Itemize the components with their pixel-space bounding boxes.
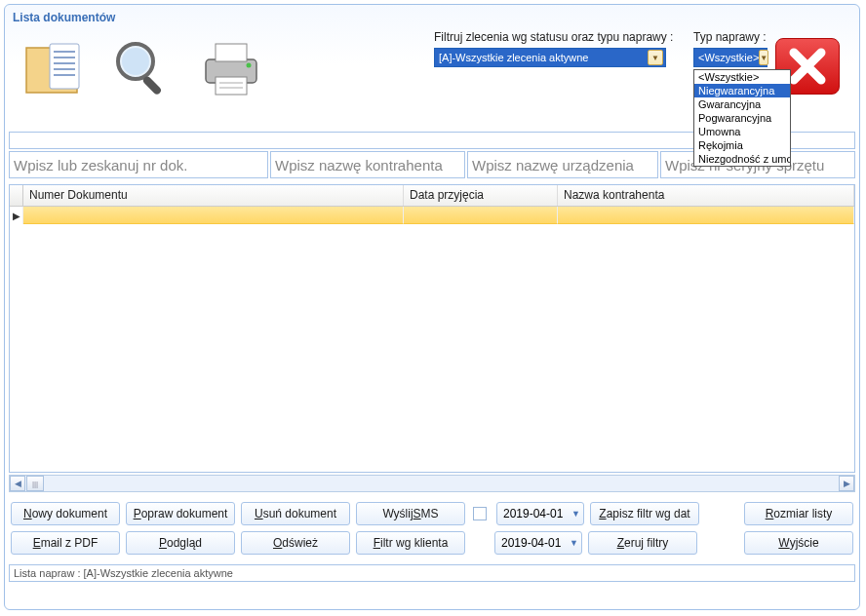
col-contractor[interactable]: Nazwa kontrahenta <box>558 185 854 206</box>
row-indicator-icon: ▶ <box>10 207 23 224</box>
main-panel: Lista dokumentów <box>4 4 860 610</box>
send-sms-button[interactable]: Wyślij SMS <box>356 502 465 525</box>
delete-document-button[interactable]: Usuń dokument <box>241 502 350 525</box>
repair-type-option[interactable]: Pogwarancyjna <box>694 111 790 125</box>
svg-point-7 <box>122 48 149 75</box>
cell-date <box>404 207 558 224</box>
scroll-left-icon[interactable]: ◀ <box>10 476 25 491</box>
chevron-down-icon: ▼ <box>571 509 580 519</box>
printer-icon[interactable] <box>196 34 266 104</box>
edit-document-button[interactable]: Popraw dokument <box>126 502 235 525</box>
svg-rect-10 <box>216 44 247 61</box>
status-filter-value: [A]-Wszystkie zlecenia aktywne <box>439 52 588 63</box>
repair-type-value: <Wszystkie> <box>698 52 759 63</box>
repair-type-option[interactable]: Rękojmia <box>694 138 790 152</box>
filter-client-button[interactable]: Filtr wg klienta <box>356 531 465 555</box>
grid-header: Numer Dokumentu Data przyjęcia Nazwa kon… <box>10 185 854 207</box>
svg-rect-11 <box>216 77 247 95</box>
repair-type-section: Typ naprawy : <Wszystkie> ▼ <box>693 30 768 67</box>
status-filter-section: Filtruj zlecenia wg statusu oraz typu na… <box>434 30 673 67</box>
refresh-button[interactable]: Odśwież <box>241 531 350 555</box>
save-filter-button[interactable]: Zapisz filtr wg dat <box>590 502 699 525</box>
new-document-button[interactable]: Nowy dokument <box>11 502 120 525</box>
panel-title: Lista dokumentów <box>5 5 859 30</box>
date-to-picker[interactable]: 2019-04-01 ▼ <box>494 531 582 555</box>
repair-type-option[interactable]: <Wszystkie> <box>694 70 790 84</box>
doc-number-input[interactable] <box>9 151 268 178</box>
row-indicator-header <box>10 185 23 206</box>
button-area: Nowy dokument Popraw dokument Usuń dokum… <box>5 492 859 564</box>
repair-type-option[interactable]: Niezgodność z umową <box>694 152 790 166</box>
repair-type-option[interactable]: Niegwarancyjna <box>694 84 790 97</box>
svg-point-12 <box>247 63 252 68</box>
svg-rect-8 <box>141 75 162 96</box>
date-to-value: 2019-04-01 <box>501 536 561 550</box>
repair-type-option[interactable]: Umowna <box>694 125 790 138</box>
folder-document-icon[interactable] <box>20 34 91 104</box>
magnifier-icon[interactable] <box>108 34 178 104</box>
date-from-value: 2019-04-01 <box>503 507 563 520</box>
scroll-right-icon[interactable]: ▶ <box>839 476 854 491</box>
status-bar: Lista napraw : [A]-Wszystkie zlecenia ak… <box>9 564 855 582</box>
toolbar: Filtruj zlecenia wg statusu oraz typu na… <box>5 30 859 130</box>
chevron-down-icon: ▼ <box>570 538 578 548</box>
cell-doc <box>23 207 404 224</box>
repair-type-options[interactable]: <Wszystkie> Niegwarancyjna Gwarancyjna P… <box>693 69 791 167</box>
list-size-button[interactable]: Rozmiar listy <box>744 502 853 525</box>
horizontal-scrollbar[interactable]: ◀ ||| ▶ <box>9 475 855 492</box>
close-icon <box>784 43 831 90</box>
col-doc-number[interactable]: Numer Dokumentu <box>23 185 404 206</box>
exit-button[interactable]: Wyjście <box>744 531 853 555</box>
email-pdf-button[interactable]: Email z PDF <box>11 531 120 555</box>
date-from-picker[interactable]: 2019-04-01 ▼ <box>496 502 584 525</box>
status-filter-dropdown[interactable]: [A]-Wszystkie zlecenia aktywne ▼ <box>434 48 666 67</box>
repair-type-label: Typ naprawy : <box>693 30 768 44</box>
repair-type-dropdown[interactable]: <Wszystkie> ▼ <box>693 48 768 67</box>
table-row[interactable]: ▶ <box>10 207 854 224</box>
preview-button[interactable]: Podgląd <box>126 531 235 555</box>
repair-type-option[interactable]: Gwarancyjna <box>694 97 790 111</box>
clear-filters-button[interactable]: Zeruj filtry <box>588 531 697 555</box>
col-date[interactable]: Data przyjęcia <box>404 185 558 206</box>
cell-contractor <box>558 207 854 224</box>
svg-rect-0 <box>50 44 79 89</box>
date-filter-checkbox[interactable] <box>473 507 487 520</box>
documents-grid[interactable]: Numer Dokumentu Data przyjęcia Nazwa kon… <box>9 184 855 473</box>
scroll-thumb[interactable]: ||| <box>26 476 44 491</box>
contractor-input[interactable] <box>270 151 465 178</box>
status-filter-label: Filtruj zlecenia wg statusu oraz typu na… <box>434 30 673 44</box>
chevron-down-icon: ▼ <box>648 50 663 65</box>
device-input[interactable] <box>467 151 658 178</box>
chevron-down-icon: ▼ <box>759 50 768 65</box>
